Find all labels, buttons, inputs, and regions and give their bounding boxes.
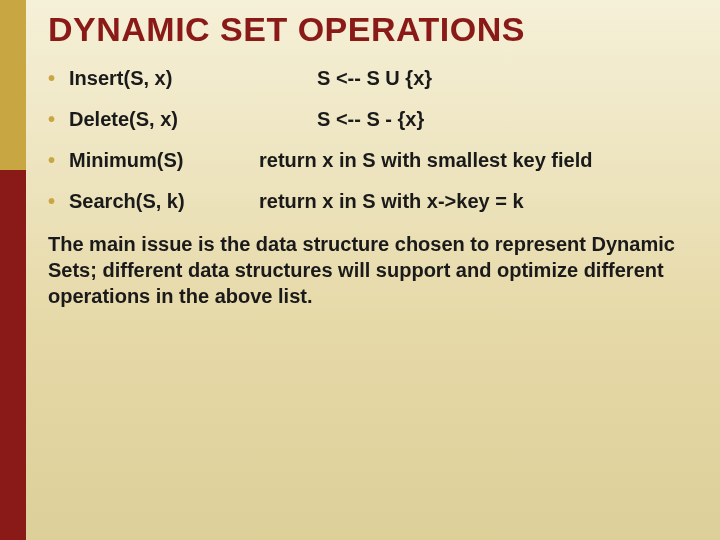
paragraph: The main issue is the data structure cho… bbox=[48, 231, 688, 309]
op-desc: S <-- S U {x} bbox=[259, 67, 694, 90]
list-item: • Delete(S, x) S <-- S - {x} bbox=[48, 108, 694, 131]
bullet-icon: • bbox=[48, 68, 55, 88]
op-desc: return x in S with x->key = k bbox=[259, 190, 694, 213]
op-name: Search(S, k) bbox=[69, 190, 259, 213]
op-name: Minimum(S) bbox=[69, 149, 259, 172]
bullet-icon: • bbox=[48, 191, 55, 211]
list-item: • Minimum(S) return x in S with smallest… bbox=[48, 149, 694, 172]
slide-title: DYNAMIC SET OPERATIONS bbox=[48, 10, 694, 49]
op-desc: S <-- S - {x} bbox=[259, 108, 694, 131]
bullet-icon: • bbox=[48, 150, 55, 170]
slide-content: DYNAMIC SET OPERATIONS • Insert(S, x) S … bbox=[26, 0, 720, 540]
op-name: Insert(S, x) bbox=[69, 67, 259, 90]
op-name: Delete(S, x) bbox=[69, 108, 259, 131]
bullet-icon: • bbox=[48, 109, 55, 129]
left-accent-bar bbox=[0, 0, 26, 540]
op-desc: return x in S with smallest key field bbox=[259, 149, 694, 172]
slide: DYNAMIC SET OPERATIONS • Insert(S, x) S … bbox=[0, 0, 720, 540]
list-item: • Search(S, k) return x in S with x->key… bbox=[48, 190, 694, 213]
operations-list: • Insert(S, x) S <-- S U {x} • Delete(S,… bbox=[48, 67, 694, 213]
left-accent-gold bbox=[0, 0, 26, 170]
list-item: • Insert(S, x) S <-- S U {x} bbox=[48, 67, 694, 90]
